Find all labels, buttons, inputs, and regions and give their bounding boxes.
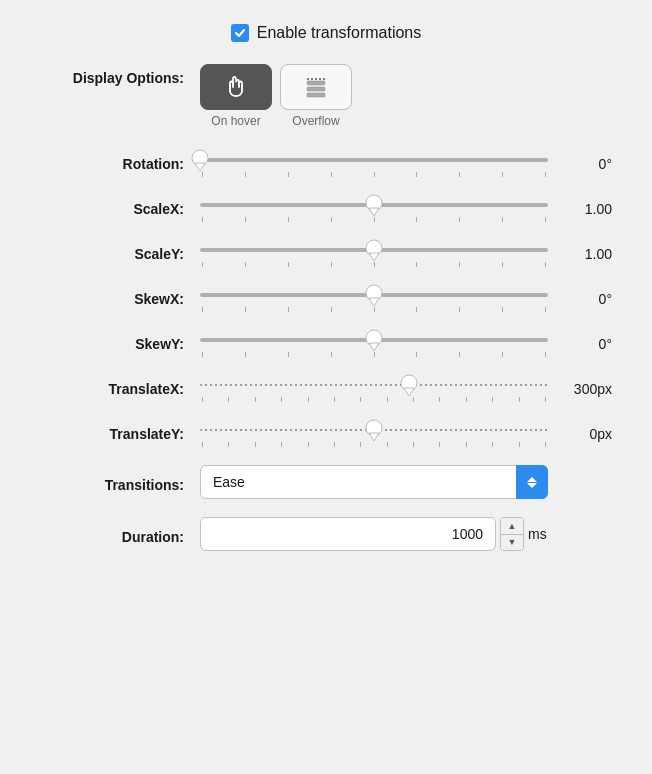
rotation-tick-marks bbox=[200, 172, 548, 177]
display-btn-overflow-inner bbox=[280, 64, 352, 110]
scaley-slider-thumb[interactable] bbox=[365, 239, 383, 261]
translatey-tick-marks bbox=[200, 442, 548, 447]
duration-stepper: ▲ ▼ bbox=[500, 517, 524, 551]
scalex-label: ScaleX: bbox=[40, 201, 200, 217]
display-btn-on-hover[interactable]: On hover bbox=[200, 64, 272, 128]
skewy-label: SkewY: bbox=[40, 336, 200, 352]
skewx-slider-container bbox=[200, 285, 548, 312]
duration-unit: ms bbox=[528, 526, 554, 542]
svg-rect-1 bbox=[307, 87, 325, 91]
scaley-value: 1.00 bbox=[560, 246, 612, 262]
translatex-slider-track bbox=[200, 384, 548, 386]
rotation-slider-track-wrapper[interactable] bbox=[200, 150, 548, 170]
scalex-slider-container bbox=[200, 195, 548, 222]
duration-label: Duration: bbox=[40, 523, 200, 545]
display-btn-on-hover-label: On hover bbox=[211, 114, 260, 128]
translatex-tick-marks bbox=[200, 397, 548, 402]
skewy-row: SkewY: 0° bbox=[40, 330, 612, 357]
rotation-label: Rotation: bbox=[40, 156, 200, 172]
skewx-value: 0° bbox=[560, 291, 612, 307]
rotation-slider-thumb[interactable] bbox=[191, 149, 209, 171]
display-btn-on-hover-inner bbox=[200, 64, 272, 110]
rotation-slider-track bbox=[200, 158, 548, 162]
svg-marker-17 bbox=[369, 433, 379, 441]
panel: Enable transformations Display Options: … bbox=[0, 0, 652, 774]
translatex-label: TranslateX: bbox=[40, 381, 200, 397]
duration-increment-button[interactable]: ▲ bbox=[501, 518, 523, 535]
scaley-slider-track-wrapper[interactable] bbox=[200, 240, 548, 260]
rotation-slider-container bbox=[200, 150, 548, 177]
display-options-label: Display Options: bbox=[40, 64, 200, 86]
scaley-label: ScaleY: bbox=[40, 246, 200, 262]
scalex-tick-marks bbox=[200, 217, 548, 222]
skewx-slider-thumb[interactable] bbox=[365, 284, 383, 306]
transitions-select-wrapper: Ease Linear Ease-in Ease-out Ease-in-out bbox=[200, 465, 548, 499]
transitions-row: Transitions: Ease Linear Ease-in Ease-ou… bbox=[40, 465, 612, 499]
translatex-value: 300px bbox=[560, 381, 612, 397]
svg-marker-7 bbox=[369, 208, 379, 216]
display-btn-overflow[interactable]: Overflow bbox=[280, 64, 352, 128]
translatey-row: TranslateY: 0px bbox=[40, 420, 612, 447]
skewx-slider-track-wrapper[interactable] bbox=[200, 285, 548, 305]
skewy-tick-marks bbox=[200, 352, 548, 357]
scalex-slider-track-wrapper[interactable] bbox=[200, 195, 548, 215]
svg-rect-2 bbox=[307, 93, 325, 97]
svg-marker-11 bbox=[369, 298, 379, 306]
translatey-slider-container bbox=[200, 420, 548, 447]
translatex-slider-container bbox=[200, 375, 548, 402]
translatey-slider-track-wrapper[interactable] bbox=[200, 420, 548, 440]
scalex-value: 1.00 bbox=[560, 201, 612, 217]
skewx-label: SkewX: bbox=[40, 291, 200, 307]
svg-marker-9 bbox=[369, 253, 379, 261]
translatex-slider-thumb[interactable] bbox=[400, 374, 418, 396]
rotation-value: 0° bbox=[560, 156, 612, 172]
scaley-row: ScaleY: 1.00 bbox=[40, 240, 612, 267]
duration-decrement-button[interactable]: ▼ bbox=[501, 535, 523, 551]
skewx-row: SkewX: 0° bbox=[40, 285, 612, 312]
overflow-icon bbox=[302, 73, 330, 101]
scalex-row: ScaleX: 1.00 bbox=[40, 195, 612, 222]
duration-input[interactable] bbox=[200, 517, 496, 551]
enable-checkbox[interactable] bbox=[231, 24, 249, 42]
skewx-tick-marks bbox=[200, 307, 548, 312]
translatex-slider-track-wrapper[interactable] bbox=[200, 375, 548, 395]
display-btn-overflow-label: Overflow bbox=[292, 114, 339, 128]
scaley-tick-marks bbox=[200, 262, 548, 267]
transitions-select[interactable]: Ease Linear Ease-in Ease-out Ease-in-out bbox=[200, 465, 548, 499]
transitions-label: Transitions: bbox=[40, 471, 200, 493]
svg-marker-15 bbox=[404, 388, 414, 396]
translatey-value: 0px bbox=[560, 426, 612, 442]
duration-row: Duration: ▲ ▼ ms bbox=[40, 517, 612, 551]
svg-marker-13 bbox=[369, 343, 379, 351]
translatey-slider-thumb[interactable] bbox=[365, 419, 383, 441]
skewy-slider-track-wrapper[interactable] bbox=[200, 330, 548, 350]
skewy-slider-thumb[interactable] bbox=[365, 329, 383, 351]
svg-marker-5 bbox=[195, 163, 205, 171]
rotation-row: Rotation: 0° bbox=[40, 150, 612, 177]
skewy-value: 0° bbox=[560, 336, 612, 352]
duration-input-wrapper: ▲ ▼ ms bbox=[200, 517, 554, 551]
enable-transformations-row: Enable transformations bbox=[40, 24, 612, 42]
scalex-slider-thumb[interactable] bbox=[365, 194, 383, 216]
translatey-label: TranslateY: bbox=[40, 426, 200, 442]
display-options-row: Display Options: On hover bbox=[40, 64, 612, 128]
skewy-slider-container bbox=[200, 330, 548, 357]
display-buttons: On hover Overflow bbox=[200, 64, 352, 128]
scaley-slider-container bbox=[200, 240, 548, 267]
translatex-row: TranslateX: 300px bbox=[40, 375, 612, 402]
svg-rect-0 bbox=[307, 81, 325, 85]
hand-icon bbox=[222, 73, 250, 101]
enable-label: Enable transformations bbox=[257, 24, 422, 42]
